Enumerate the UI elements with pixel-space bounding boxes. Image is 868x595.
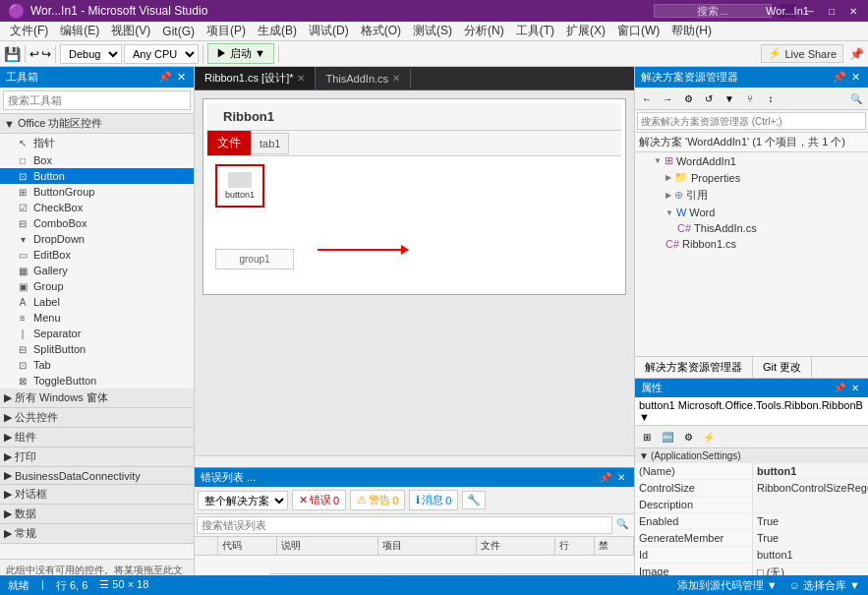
toolbox-category-common[interactable]: ▶ 公共控件: [0, 408, 194, 428]
tree-item-wordaddin1[interactable]: ▼ ⊞ WordAddIn1: [635, 152, 868, 169]
props-close[interactable]: ✕: [848, 381, 862, 394]
toolbox-item-button[interactable]: ⊡Button: [0, 168, 194, 184]
toolbox-item-tab[interactable]: ⊡Tab: [0, 357, 194, 373]
solution-tb-back[interactable]: ←: [637, 89, 657, 107]
prop-description-value[interactable]: [753, 497, 868, 512]
menu-project[interactable]: 项目(P): [201, 21, 252, 41]
right-tab-solution[interactable]: 解决方案资源管理器: [635, 357, 753, 378]
toolbox-search-input[interactable]: [3, 90, 191, 110]
toolbox-item-menu[interactable]: ≡Menu: [0, 310, 194, 326]
toolbox-close-btn[interactable]: ✕: [174, 71, 188, 85]
solution-close[interactable]: ✕: [848, 71, 862, 85]
solution-tb-collapse[interactable]: ↕: [761, 89, 781, 107]
ribbon-button1[interactable]: button1: [215, 164, 264, 208]
tab-thisaddin-close[interactable]: ✕: [392, 73, 400, 84]
toolbox-category-bdc[interactable]: ▶ BusinessDataConnectivity: [0, 467, 194, 485]
menu-git[interactable]: Git(G): [156, 23, 201, 40]
tree-item-ribbon[interactable]: C# Ribbon1.cs: [635, 236, 868, 252]
toolbox-item-checkbox[interactable]: ☑CheckBox: [0, 200, 194, 215]
toolbox-item-group[interactable]: ▣Group: [0, 278, 194, 294]
info-count-badge[interactable]: ℹ 消息 0: [409, 490, 458, 510]
prop-generatemember-value[interactable]: True: [753, 530, 868, 546]
error-filter-btn[interactable]: 🔧: [462, 491, 486, 509]
status-source-control[interactable]: 添加到源代码管理 ▼: [677, 578, 778, 593]
prop-controlsize-value[interactable]: RibbonControlSizeRegu: [753, 480, 868, 496]
solution-search-input[interactable]: [637, 112, 866, 130]
menu-view[interactable]: 视图(V): [105, 21, 156, 41]
props-group-appsettings[interactable]: ▼ (ApplicationSettings): [635, 448, 868, 463]
ribbon-group1[interactable]: group1: [215, 249, 294, 269]
platform-dropdown[interactable]: Any CPU: [124, 44, 199, 64]
menu-build[interactable]: 生成(B): [252, 21, 303, 41]
props-tb-alpha[interactable]: 🔤: [658, 428, 677, 446]
debug-mode-dropdown[interactable]: Debug: [60, 44, 122, 64]
ribbon-file-button[interactable]: 文件: [207, 131, 251, 155]
col-desc[interactable]: 说明: [277, 537, 378, 555]
menu-test[interactable]: 测试(S): [407, 21, 458, 41]
maximize-button[interactable]: □: [825, 4, 839, 18]
window-tab[interactable]: Wor...In1: [780, 4, 795, 18]
props-tb-props[interactable]: ⚙: [678, 428, 698, 446]
solution-pin[interactable]: 📌: [833, 71, 846, 85]
prop-enabled-value[interactable]: True: [753, 513, 868, 529]
tree-item-thisaddin[interactable]: C# ThisAddIn.cs: [635, 220, 868, 236]
ribbon-tab1[interactable]: tab1: [251, 133, 289, 154]
props-component-selector[interactable]: button1 Microsoft.Office.Tools.Ribbon.Ri…: [635, 397, 868, 426]
toolbox-category-general[interactable]: ▶ 常规: [0, 524, 194, 544]
toolbox-item-splitbutton[interactable]: ⊟SplitButton: [0, 341, 194, 357]
menu-format[interactable]: 格式(O): [355, 21, 407, 41]
toolbox-pin-btn[interactable]: 📌: [158, 71, 172, 85]
props-tb-categorized[interactable]: ⊞: [637, 428, 657, 446]
minimize-button[interactable]: ─: [803, 4, 817, 18]
status-user[interactable]: ☺ 选择合库 ▼: [789, 578, 860, 593]
toolbar-pin[interactable]: 📌: [849, 47, 864, 61]
col-file[interactable]: 文件: [477, 537, 555, 555]
error-search-input[interactable]: [197, 516, 612, 534]
tab-thisaddin[interactable]: ThisAddIn.cs ✕: [316, 69, 411, 89]
col-code[interactable]: 代码: [218, 537, 277, 555]
col-suppress[interactable]: 禁: [595, 537, 634, 555]
toolbox-item-buttongroup[interactable]: ⊞ButtonGroup: [0, 184, 194, 200]
menu-edit[interactable]: 编辑(E): [54, 21, 105, 41]
close-button[interactable]: ✕: [846, 4, 860, 18]
solution-tb-forward[interactable]: →: [658, 89, 677, 107]
menu-debug[interactable]: 调试(D): [303, 21, 355, 41]
toolbar-redo[interactable]: ↪: [41, 47, 51, 61]
error-panel-pin[interactable]: 📌: [599, 471, 612, 485]
menu-tools[interactable]: 工具(T): [510, 21, 560, 41]
toolbox-category-components[interactable]: ▶ 组件: [0, 428, 194, 447]
toolbox-category-office[interactable]: ▼ Office 功能区控件: [0, 114, 194, 134]
toolbox-category-print[interactable]: ▶ 打印: [0, 447, 194, 467]
toolbox-item-label[interactable]: ALabel: [0, 294, 194, 310]
tree-item-word[interactable]: ▼ W Word: [635, 205, 868, 220]
toolbar-save-icon[interactable]: 💾: [4, 46, 21, 62]
menu-extensions[interactable]: 扩展(X): [560, 21, 611, 41]
error-scope-dropdown[interactable]: 整个解决方案: [198, 491, 288, 510]
prop-id-value[interactable]: button1: [753, 547, 868, 563]
menu-file[interactable]: 文件(F): [4, 21, 54, 41]
error-count-badge[interactable]: ✕ 错误 0: [292, 490, 346, 510]
menu-help[interactable]: 帮助(H): [665, 21, 718, 41]
props-pin[interactable]: 📌: [833, 381, 846, 394]
solution-tb-git[interactable]: ⑂: [740, 89, 760, 107]
error-panel-close[interactable]: ✕: [614, 471, 628, 485]
col-line[interactable]: 行: [555, 537, 595, 555]
toolbox-item-togglebutton[interactable]: ⊠ToggleButton: [0, 373, 194, 388]
menu-window[interactable]: 窗口(W): [611, 21, 665, 41]
solution-tb-props[interactable]: ⚙: [678, 89, 698, 107]
solution-tb-search[interactable]: 🔍: [846, 89, 866, 107]
tab-ribbon-designer[interactable]: Ribbon1.cs [设计]* ✕: [195, 67, 316, 89]
tab-ribbon-close[interactable]: ✕: [297, 73, 305, 84]
toolbox-item-pointer[interactable]: ↖指针: [0, 134, 194, 152]
solution-tb-refresh[interactable]: ↺: [699, 89, 719, 107]
toolbox-item-editbox[interactable]: ▭EditBox: [0, 247, 194, 263]
toolbox-category-windows[interactable]: ▶ 所有 Windows 窗体: [0, 388, 194, 408]
toolbox-item-gallery[interactable]: ▦Gallery: [0, 263, 194, 278]
tree-item-properties[interactable]: ▶ 📁 Properties: [635, 169, 868, 186]
toolbox-item-combobox[interactable]: ⊟ComboBox: [0, 215, 194, 231]
right-tab-git[interactable]: Git 更改: [753, 357, 812, 378]
solution-tb-filter[interactable]: ▼: [720, 89, 739, 107]
designer-scrollbar-h[interactable]: [195, 455, 634, 467]
toolbox-category-data[interactable]: ▶ 数据: [0, 505, 194, 524]
warning-count-badge[interactable]: ⚠ 警告 0: [350, 490, 405, 510]
